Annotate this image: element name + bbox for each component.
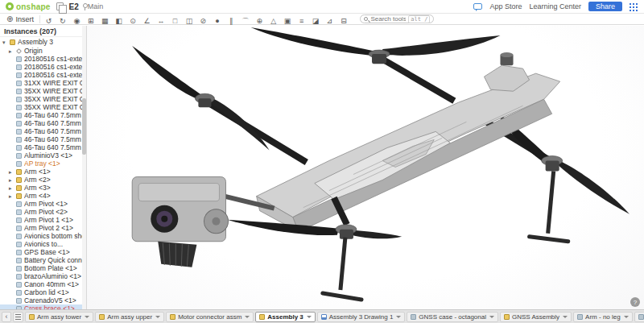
standard-content-icon[interactable]: ◧ <box>114 16 124 26</box>
document-tab[interactable]: GNSS case - octagonal <box>407 312 498 322</box>
chevron-down-icon[interactable] <box>85 316 89 318</box>
list-item[interactable]: 20180516 cs1-exter... <box>0 71 86 79</box>
list-item[interactable]: Arm Pivot 1 <1> <box>0 216 86 224</box>
chevron-down-icon[interactable] <box>489 316 494 318</box>
chevron-down-icon[interactable]: ▾ <box>2 39 7 45</box>
pin-slot-mate-icon[interactable]: ⊘ <box>198 16 208 26</box>
mate-connector-icon[interactable]: ⊕ <box>254 16 265 26</box>
list-item[interactable]: Arm Pivot 2 <1> <box>0 224 86 232</box>
share-button[interactable]: Share <box>588 2 622 11</box>
chevron-right-icon[interactable]: ▸ <box>9 193 14 199</box>
instance-label: 20180516 cs1-exter... <box>24 71 86 79</box>
list-item[interactable]: 35XX WIRE EXIT GAS... <box>0 95 86 103</box>
list-item[interactable]: 20180516 cs1-exter... <box>0 55 86 63</box>
tool-search[interactable]: alt / <box>360 14 434 23</box>
undo-icon[interactable]: ↺ <box>43 16 54 26</box>
list-item[interactable]: ▸ Arm <4> <box>0 192 86 200</box>
parallel-mate-icon[interactable]: ∥ <box>226 16 237 26</box>
search-input[interactable] <box>370 15 406 23</box>
document-tab[interactable]: Assembly 3 Drawing 1 <box>317 312 406 322</box>
insert-button[interactable]: ⊕ Insert <box>4 14 36 23</box>
list-item[interactable]: ▸ Arm <2> <box>0 176 86 184</box>
chevron-down-icon[interactable] <box>396 316 401 318</box>
list-item[interactable]: 35XX WIRE EXIT GAS... <box>0 103 86 111</box>
document-tab[interactable]: arm jig <box>634 312 644 322</box>
list-item[interactable]: AluminioV3 <1> <box>0 151 86 159</box>
list-item[interactable]: Avionics to... <box>0 240 86 248</box>
document-title[interactable]: E2 <box>69 2 79 11</box>
list-item[interactable]: 46-Tau 640 7.5mm f... <box>0 119 86 127</box>
list-item[interactable]: brazoAluminio <1> <box>0 272 86 280</box>
section-view-icon[interactable]: ◪ <box>311 16 321 26</box>
list-item[interactable]: Arm Pivot <1> <box>0 200 86 208</box>
list-item[interactable]: 46-Tau 640 7.5mm f... <box>0 135 86 143</box>
list-item[interactable]: 46-Tau 640 7.5mm f... <box>0 111 86 119</box>
instance-label: Origin <box>24 47 43 55</box>
document-tab[interactable]: GNSS Assembly <box>500 312 572 322</box>
snapshot-icon[interactable]: ▣ <box>283 16 293 26</box>
assembly-root-node[interactable]: ▾ Assembly 3 <box>0 37 86 47</box>
assembly-icon <box>10 39 15 45</box>
replicate-icon[interactable]: ▦ <box>100 16 110 26</box>
list-item[interactable]: 35XX WIRE EXIT GAS... <box>0 87 86 95</box>
cylindrical-mate-icon[interactable]: ◫ <box>184 16 194 26</box>
revolute-mate-icon[interactable]: ∠ <box>142 16 152 26</box>
measure-icon[interactable]: ⊿ <box>324 16 335 26</box>
learning-center-link[interactable]: Learning Center <box>529 2 581 10</box>
slider-mate-icon[interactable]: ↔ <box>156 16 167 26</box>
list-item[interactable]: ▸ Arm <3> <box>0 184 86 192</box>
instance-label: CarenadoV5 <1> <box>24 296 76 304</box>
workspace-selector[interactable]: Main <box>85 2 104 10</box>
list-item[interactable]: GPS Base <1> <box>0 248 86 256</box>
list-item[interactable]: Bottom Plate <1> <box>0 264 86 272</box>
tab-collapse-button[interactable]: ‹ <box>2 312 11 322</box>
list-item[interactable]: Battery Quick connec... <box>0 256 86 264</box>
apps-grid-icon[interactable] <box>630 3 631 5</box>
tab-menu-icon[interactable] <box>13 312 23 322</box>
document-tab[interactable]: Arm assy tower <box>25 312 93 322</box>
bom-icon[interactable]: ⊟ <box>338 16 349 26</box>
ball-mate-icon[interactable]: ● <box>212 16 222 26</box>
list-item[interactable]: Avionics bottom shel... <box>0 232 86 240</box>
chevron-right-icon[interactable]: ▸ <box>9 185 14 191</box>
chevron-down-icon[interactable] <box>155 316 160 318</box>
sidebar-scrollbar[interactable] <box>82 26 86 309</box>
planar-mate-icon[interactable]: □ <box>170 16 180 26</box>
chevron-down-icon[interactable] <box>307 316 312 318</box>
list-item[interactable]: ▸ Origin <box>0 47 86 55</box>
comment-icon[interactable] <box>473 3 482 10</box>
list-item[interactable]: Canon 40mm <1> <box>0 280 86 288</box>
chevron-right-icon[interactable]: ▸ <box>9 48 14 54</box>
chevron-down-icon[interactable] <box>624 316 629 318</box>
chevron-right-icon[interactable]: ▸ <box>9 169 14 175</box>
list-item[interactable]: 46-Tau 640 7.5mm f... <box>0 143 86 151</box>
document-tab[interactable]: Arm assy upper <box>95 312 164 322</box>
redo-icon[interactable]: ↻ <box>57 16 68 26</box>
viewport-3d[interactable]: ? <box>87 26 644 309</box>
list-item[interactable]: AP tray <1> <box>0 159 86 168</box>
list-item[interactable]: ▸ Arm <1> <box>0 168 86 176</box>
document-tab[interactable]: Motor connector assm <box>166 312 254 322</box>
sidebar-scrollbar-thumb[interactable] <box>82 98 86 155</box>
document-tab[interactable]: Arm - no leg <box>573 312 633 322</box>
list-item[interactable]: 46-Tau 640 7.5mm f... <box>0 127 86 135</box>
document-tab[interactable]: Assembly 3 <box>255 312 315 322</box>
app-store-link[interactable]: App Store <box>489 2 522 10</box>
chevron-down-icon[interactable] <box>245 316 250 318</box>
tangent-mate-icon[interactable]: ⌒ <box>240 16 250 26</box>
list-item[interactable]: Carbon lid <1> <box>0 288 86 296</box>
list-item[interactable]: 20180516 cs1-exter... <box>0 63 86 71</box>
chevron-right-icon[interactable]: ▸ <box>9 177 14 183</box>
group-icon[interactable]: ⊞ <box>85 16 96 26</box>
list-item[interactable]: CarenadoV5 <1> <box>0 296 86 304</box>
help-button[interactable]: ? <box>630 297 640 307</box>
instance-type-icon <box>16 290 22 296</box>
named-positions-icon[interactable]: ≡ <box>296 16 307 26</box>
chevron-down-icon[interactable] <box>563 316 568 318</box>
fastened-mate-icon[interactable]: ⊙ <box>128 16 138 26</box>
onshape-logo[interactable]: onshape <box>6 2 51 11</box>
list-item[interactable]: 31XX WIRE EXIT GAS... <box>0 79 86 87</box>
mate-icon[interactable]: ◉ <box>72 16 82 26</box>
list-item[interactable]: Arm Pivot <2> <box>0 208 86 216</box>
explode-icon[interactable]: △ <box>268 16 279 26</box>
